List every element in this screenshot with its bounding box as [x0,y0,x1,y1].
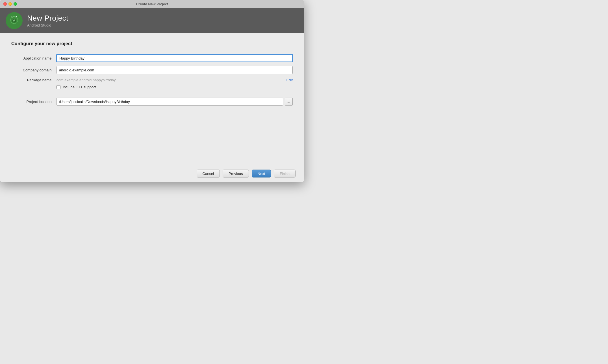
cancel-button[interactable]: Cancel [197,170,220,177]
next-button[interactable]: Next [252,170,271,177]
window: Create New Project New Project A [0,0,304,182]
package-name-value: com.example.android.happybirthday [57,78,284,82]
header-text: New Project Android Studio [27,14,68,27]
header-banner: New Project Android Studio [0,8,304,33]
company-domain-row: Company domain: [11,66,293,74]
android-logo [6,12,23,29]
application-name-label: Application name: [11,56,57,60]
close-button[interactable] [3,2,7,6]
title-bar: Create New Project [0,0,304,8]
project-location-input[interactable] [57,98,283,106]
location-input-wrapper: ... [57,98,293,106]
traffic-lights [3,2,17,6]
application-name-row: Application name: [11,54,293,62]
edit-package-link[interactable]: Edit [286,78,293,82]
cpp-support-label[interactable]: Include C++ support [63,85,96,89]
company-domain-label: Company domain: [11,68,57,72]
previous-button[interactable]: Previous [223,170,249,177]
package-name-label: Package name: [11,78,57,82]
section-title: Configure your new project [11,41,293,46]
android-studio-icon [9,15,19,26]
main-content: Configure your new project Application n… [0,33,304,165]
finish-button[interactable]: Finish [274,170,296,177]
form-container: Application name: Company domain: Packag… [11,54,293,106]
footer: Cancel Previous Next Finish [0,165,304,182]
cpp-support-checkbox[interactable] [57,85,60,89]
project-location-label: Project location: [11,100,57,104]
application-name-input[interactable] [57,54,293,62]
maximize-button[interactable] [14,2,17,6]
window-title: Create New Project [136,2,168,6]
project-location-row: Project location: ... [11,98,293,106]
company-domain-input[interactable] [57,66,293,74]
minimize-button[interactable] [8,2,12,6]
browse-button[interactable]: ... [285,98,293,106]
cpp-support-row: Include C++ support [11,85,293,89]
header-title: New Project [27,14,68,23]
package-name-row: Package name: com.example.android.happyb… [11,78,293,82]
header-subtitle: Android Studio [27,23,68,27]
